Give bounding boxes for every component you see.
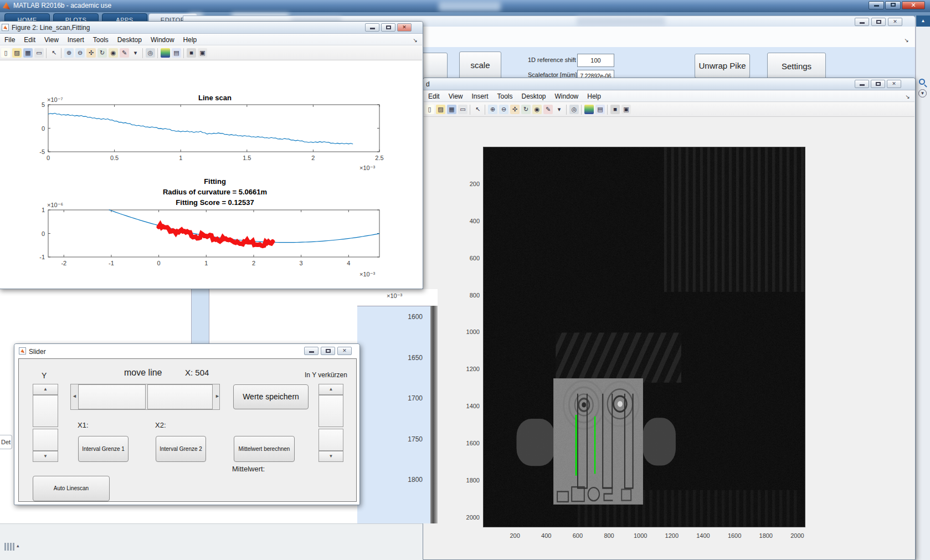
slider-restore-button[interactable] xyxy=(321,347,335,355)
scale-button[interactable]: scale xyxy=(459,52,501,79)
menu-item-tools[interactable]: Tools xyxy=(89,34,113,44)
slider-minimize-button[interactable] xyxy=(304,347,318,355)
slider-left-arrow-icon[interactable]: ◄ xyxy=(72,393,77,399)
brush-icon[interactable]: ✎ xyxy=(543,105,553,114)
main-close-button[interactable]: ✕ xyxy=(902,1,925,9)
print-icon[interactable]: ▭ xyxy=(458,105,467,114)
zoom-in-icon[interactable]: ⊕ xyxy=(488,105,497,114)
dock-arrow-icon[interactable]: ↘ xyxy=(903,37,910,44)
imgwin-minimize-button[interactable] xyxy=(855,80,869,88)
dock-arrow-icon[interactable]: ↘ xyxy=(412,37,419,44)
shorten-slider-thumb[interactable] xyxy=(318,395,343,427)
print-icon[interactable]: ▭ xyxy=(34,48,44,58)
link-plots-icon[interactable]: ◎ xyxy=(146,48,155,58)
grip-collapse-icon[interactable]: ▴ xyxy=(17,543,19,548)
new-figure-icon[interactable]: ▯ xyxy=(425,105,434,114)
sidebar-collapse-button[interactable]: ▲ xyxy=(916,16,930,27)
menu-item-help[interactable]: Help xyxy=(179,34,202,44)
data-cursor-icon[interactable]: ◉ xyxy=(532,105,542,114)
interval-grenze1-button[interactable]: Interval Grenze 1 xyxy=(78,436,129,462)
colorbar-icon[interactable] xyxy=(161,48,170,58)
menu-item-view[interactable]: View xyxy=(40,34,63,44)
ref-shift-input[interactable]: 100 xyxy=(577,54,614,67)
arrow-cursor-icon[interactable]: ↖ xyxy=(473,105,482,114)
shorten-slider-up-button[interactable]: ▲ xyxy=(318,384,343,395)
slider-close-button[interactable]: ✕ xyxy=(337,347,352,355)
menu-item-file[interactable]: File xyxy=(0,34,19,44)
arrow-cursor-icon[interactable]: ↖ xyxy=(49,48,59,58)
slider-thumb-right[interactable] xyxy=(147,384,213,409)
menu-item-help[interactable]: Help xyxy=(583,91,605,100)
fig2-restore-button[interactable] xyxy=(381,23,395,32)
image-xtick-label: 1400 xyxy=(691,532,715,539)
det-panel-tab[interactable]: Det xyxy=(0,435,12,449)
window-edge-strip[interactable] xyxy=(430,306,438,523)
bgwin-minimize-button[interactable] xyxy=(855,18,869,26)
fig2-minimize-button[interactable] xyxy=(365,23,379,32)
shorten-slider-down-button[interactable]: ▼ xyxy=(318,451,343,462)
rotate-3d-icon[interactable]: ↻ xyxy=(521,105,531,114)
auto-linescan-button[interactable]: Auto Linescan xyxy=(33,476,110,501)
linescan-plot[interactable]: 00.511.522.5-505 xyxy=(26,98,392,168)
slider-thumb-left[interactable] xyxy=(78,384,146,409)
y-slider-down-button[interactable]: ▼ xyxy=(33,451,58,462)
y-slider-track[interactable] xyxy=(33,429,58,451)
werte-speichern-button[interactable]: Werte speichern xyxy=(233,384,309,409)
pan-hand-icon[interactable]: ✣ xyxy=(86,48,96,58)
colorbar-icon[interactable] xyxy=(584,105,594,114)
toggle-a-icon[interactable]: ■ xyxy=(610,105,620,114)
menu-item-insert[interactable]: Insert xyxy=(467,91,492,100)
slider-right-arrow-icon[interactable]: ► xyxy=(215,393,220,399)
unwrap-pike-button[interactable]: Unwrap Pike xyxy=(695,54,750,78)
zoom-out-icon[interactable]: ⊖ xyxy=(75,48,85,58)
hologram-image[interactable] xyxy=(484,147,805,527)
pan-hand-icon[interactable]: ✣ xyxy=(510,105,520,114)
brush-icon[interactable]: ✎ xyxy=(120,48,129,58)
menu-item-desktop[interactable]: Desktop xyxy=(113,34,146,44)
toggle-b-icon[interactable]: ▣ xyxy=(621,105,631,114)
y-slider-thumb[interactable] xyxy=(33,395,58,427)
legend-icon[interactable]: ▤ xyxy=(595,105,605,114)
dock-arrow-icon[interactable]: ↘ xyxy=(904,93,911,100)
data-cursor-icon[interactable]: ◉ xyxy=(109,48,118,58)
menu-item-edit[interactable]: Edit xyxy=(424,91,444,100)
settings-button[interactable]: Settings xyxy=(767,53,826,80)
legend-icon[interactable]: ▤ xyxy=(172,48,181,58)
menu-item-tools[interactable]: Tools xyxy=(493,91,517,100)
svg-text:-2: -2 xyxy=(61,260,66,266)
dropdown-arrow-icon[interactable]: ▾ xyxy=(554,105,564,114)
new-figure-icon[interactable]: ▯ xyxy=(1,48,11,58)
shorten-slider-track[interactable] xyxy=(318,429,343,451)
search-icon[interactable] xyxy=(919,79,925,85)
y-slider-up-button[interactable]: ▲ xyxy=(33,384,58,395)
menu-item-window[interactable]: Window xyxy=(551,91,583,100)
menu-item-view[interactable]: View xyxy=(444,91,467,100)
main-minimize-button[interactable] xyxy=(869,1,884,9)
dropdown-arrow-icon[interactable]: ▾ xyxy=(131,48,140,58)
fig2-close-button[interactable]: ✕ xyxy=(397,23,412,32)
zoom-out-icon[interactable]: ⊖ xyxy=(499,105,508,114)
link-plots-icon[interactable]: ◎ xyxy=(569,105,579,114)
open-file-icon[interactable]: ▨ xyxy=(12,48,22,58)
toggle-a-icon[interactable]: ■ xyxy=(187,48,196,58)
save-icon[interactable]: ▦ xyxy=(447,105,456,114)
menu-item-edit[interactable]: Edit xyxy=(19,34,40,44)
menu-item-insert[interactable]: Insert xyxy=(63,34,89,44)
fitting-plot[interactable]: -2-101234-101 xyxy=(26,203,392,273)
open-file-icon[interactable]: ▨ xyxy=(436,105,445,114)
interval-grenze2-button[interactable]: Interval Grenze 2 xyxy=(156,436,206,462)
menu-item-window[interactable]: Window xyxy=(146,34,179,44)
circled-chevron-icon[interactable]: ▼ xyxy=(918,89,927,97)
imgwin-restore-button[interactable] xyxy=(871,80,885,88)
blurred-text xyxy=(577,17,665,27)
menu-item-desktop[interactable]: Desktop xyxy=(517,91,551,100)
bgwin-close-button[interactable]: ✕ xyxy=(888,18,902,26)
main-restore-button[interactable] xyxy=(885,1,901,9)
zoom-in-icon[interactable]: ⊕ xyxy=(64,48,74,58)
bgwin-restore-button[interactable] xyxy=(871,18,886,26)
mittelwert-berechnen-button[interactable]: Mittelwert berechnen xyxy=(234,436,295,462)
save-icon[interactable]: ▦ xyxy=(23,48,33,58)
toggle-b-icon[interactable]: ▣ xyxy=(198,48,207,58)
rotate-3d-icon[interactable]: ↻ xyxy=(97,48,107,58)
imgwin-close-button[interactable]: ✕ xyxy=(887,80,901,88)
